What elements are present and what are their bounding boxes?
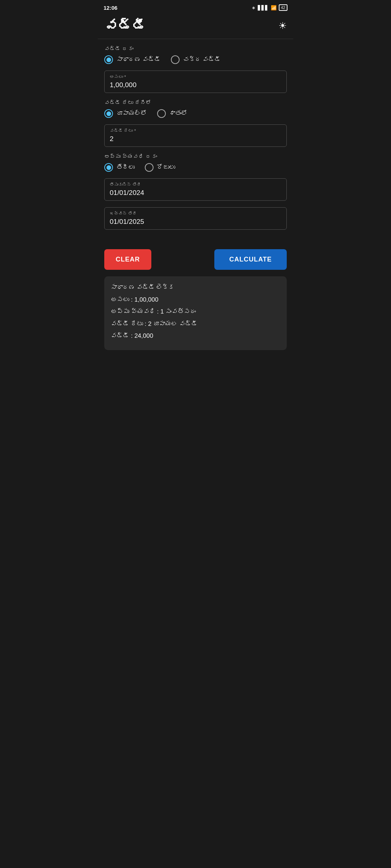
app-header: వడ్డీ ☀	[98, 14, 293, 39]
interest-rate-section-label: వడ్డీ రేటు దేనిలో	[104, 99, 287, 106]
result-area: సాధారణ వడ్డీ లెక్క అసలు : 1,00,000 అప్పు…	[104, 276, 287, 350]
result-line-2: అప్పు వ్యవధి : 1 సంవత్సరం	[111, 307, 280, 316]
theme-toggle-icon[interactable]: ☀	[278, 20, 287, 31]
interest-rate-input[interactable]	[110, 135, 281, 143]
clear-button[interactable]: CLEAR	[104, 249, 151, 270]
radio-circle-rupees[interactable]	[104, 109, 113, 118]
radio-label-days: రోజులు	[157, 164, 175, 171]
status-icons: ∗ ▋▋▋ 📶 42	[252, 4, 287, 11]
status-bar: 12:06 ∗ ▋▋▋ 📶 42	[98, 0, 293, 14]
radio-rupees[interactable]: రూపాయల్లో	[104, 109, 147, 118]
end-date-input-group: ఇచ్చిన తేదీ	[104, 207, 287, 230]
radio-dates[interactable]: తేదీలు	[104, 163, 135, 172]
app-title: వడ్డీ	[104, 18, 147, 34]
battery-icon: 42	[279, 4, 287, 11]
start-date-label: తీసుకున్న తేదీ	[110, 182, 281, 187]
radio-circle-days[interactable]	[145, 163, 154, 172]
principal-label: అసలు *	[110, 75, 281, 80]
start-date-input-group: తీసుకున్న తేదీ	[104, 178, 287, 201]
principal-input-group: అసలు *	[104, 71, 287, 93]
radio-simple-interest[interactable]: సాధారణ వడ్డీ	[104, 55, 161, 64]
radio-circle-dates[interactable]	[104, 163, 113, 172]
loan-period-label: అప్పు వ్యవధి రకం	[104, 153, 287, 159]
radio-days[interactable]: రోజులు	[145, 163, 175, 172]
result-line-0: సాధారణ వడ్డీ లెక్క	[111, 283, 280, 292]
wifi-icon: 📶	[271, 5, 277, 10]
radio-label-percent: శాతంలో	[169, 110, 188, 117]
action-buttons: CLEAR CALCULATE	[104, 249, 287, 270]
end-date-input[interactable]	[110, 218, 281, 226]
status-time: 12:06	[104, 5, 117, 11]
interest-rate-radio-group: రూపాయల్లో శాతంలో	[104, 109, 287, 118]
principal-input[interactable]	[110, 81, 281, 89]
radio-circle-compound[interactable]	[171, 55, 180, 64]
radio-label-rupees: రూపాయల్లో	[117, 110, 147, 117]
radio-label-compound: చక్ర వడ్డీ	[183, 56, 221, 63]
calculate-button[interactable]: CALCULATE	[214, 249, 287, 270]
result-line-4: వడ్డీ : 24,000	[111, 331, 280, 341]
start-date-input[interactable]	[110, 189, 281, 197]
interest-rate-input-group: వడ్డీ రేటు *	[104, 124, 287, 147]
interest-type-section: వడ్డీ రకం సాధారణ వడ్డీ చక్ర వడ్డీ	[104, 46, 287, 64]
interest-rate-section: వడ్డీ రేటు దేనిలో రూపాయల్లో శాతంలో	[104, 99, 287, 118]
signal-icon: ▋▋▋	[258, 5, 269, 10]
radio-percent[interactable]: శాతంలో	[157, 109, 188, 118]
result-line-3: వడ్డీ రేటు : 2 రూపాయల వడ్డీ	[111, 319, 280, 329]
radio-compound-interest[interactable]: చక్ర వడ్డీ	[171, 55, 221, 64]
interest-type-radio-group: సాధారణ వడ్డీ చక్ర వడ్డీ	[104, 55, 287, 64]
interest-rate-label: వడ్డీ రేటు *	[110, 128, 281, 133]
bluetooth-icon: ∗	[252, 5, 256, 10]
main-content: వడ్డీ రకం సాధారణ వడ్డీ చక్ర వడ్డీ అసలు *…	[98, 39, 293, 242]
radio-circle-percent[interactable]	[157, 109, 166, 118]
loan-period-section: అప్పు వ్యవధి రకం తేదీలు రోజులు	[104, 153, 287, 172]
end-date-label: ఇచ్చిన తేదీ	[110, 211, 281, 216]
radio-circle-simple[interactable]	[104, 55, 113, 64]
interest-type-label: వడ్డీ రకం	[104, 46, 287, 52]
loan-period-radio-group: తేదీలు రోజులు	[104, 163, 287, 172]
result-line-1: అసలు : 1,00,000	[111, 295, 280, 305]
radio-label-dates: తేదీలు	[117, 164, 135, 171]
radio-label-simple: సాధారణ వడ్డీ	[117, 56, 161, 63]
